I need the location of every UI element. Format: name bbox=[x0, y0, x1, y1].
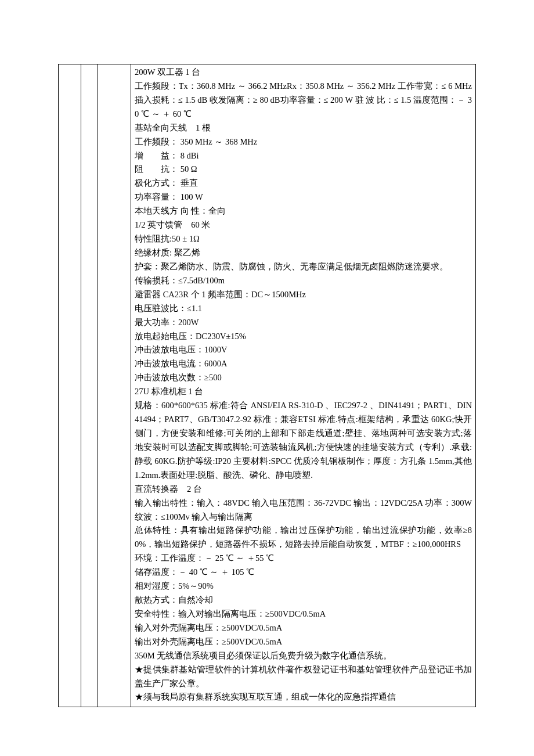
spec-text: 200W 双工器 1 台工作频段：Tx：360.8 MHz ～ 366.2 MH… bbox=[131, 64, 475, 707]
spec-line: 最大功率：200W bbox=[135, 316, 472, 330]
spec-line: 输入对外壳隔离电压：≥500VDC/0.5mA bbox=[135, 621, 472, 635]
spec-line: 200W 双工器 1 台 bbox=[135, 66, 472, 80]
table-row: 200W 双工器 1 台工作频段：Tx：360.8 MHz ～ 366.2 MH… bbox=[59, 64, 476, 707]
spec-line: 直流转换器 2 台 bbox=[135, 483, 472, 496]
spec-line: 相对湿度：5%～90% bbox=[135, 579, 472, 593]
spec-line: ★提供集群基站管理软件的计算机软件著作权登记证书和基站管理软件产品登记证书加盖生… bbox=[135, 663, 472, 691]
spec-line: 散热方式：自然冷却 bbox=[135, 593, 472, 607]
spec-line: 工作频段：Tx：360.8 MHz ～ 366.2 MHzRx：350.8 MH… bbox=[135, 80, 472, 121]
spec-line: 规格：600*600*635 标准:符合 ANSI/EIA RS-310-D 、… bbox=[135, 399, 472, 483]
spec-line: 极化方式： 垂直 bbox=[135, 177, 472, 190]
spec-line: 特性阻抗:50 ± 1Ω bbox=[135, 232, 472, 246]
spec-line: 放电起始电压：DC230V±15% bbox=[135, 330, 472, 344]
spec-line: 安全特性：输入对输出隔离电压：≥500VDC/0.5mA bbox=[135, 607, 472, 621]
spec-line: 基站全向天线 1 根 bbox=[135, 121, 472, 135]
col-2-empty bbox=[81, 64, 98, 707]
spec-line: 阻 抗： 50 Ω bbox=[135, 163, 472, 177]
spec-line: 输出对外壳隔离电压：≥500VDC/0.5mA bbox=[135, 635, 472, 649]
spec-line: 输入输出特性：输入：48VDC 输入电压范围：36-72VDC 输出：12VDC… bbox=[135, 496, 472, 524]
spec-line: 冲击波放电电压：1000V bbox=[135, 343, 472, 357]
col-1-empty bbox=[59, 64, 81, 707]
spec-line: 本地天线方 向 性：全向 bbox=[135, 204, 472, 218]
spec-line: 传输损耗：≤7.5dB/100m bbox=[135, 274, 472, 288]
spec-cell: 200W 双工器 1 台工作频段：Tx：360.8 MHz ～ 366.2 MH… bbox=[131, 64, 476, 707]
spec-line: 工作频段： 350 MHz ～ 368 MHz bbox=[135, 135, 472, 149]
spec-line: 护套：聚乙烯防水、防震、防腐蚀，防火、无毒应满足低烟无卤阻燃防迷流要求。 bbox=[135, 260, 472, 274]
spec-line: ★须与我局原有集群系统实现互联互通，组成一体化的应急指挥通信 bbox=[135, 690, 472, 704]
spec-line: 总体特性：具有输出短路保护功能，输出过压保护功能，输出过流保护功能，效率≥80%… bbox=[135, 524, 472, 552]
spec-line: 冲击波放电次数：≥500 bbox=[135, 371, 472, 385]
spec-line: 功率容量： 100 W bbox=[135, 190, 472, 204]
spec-line: 27U 标准机柜 1 台 bbox=[135, 385, 472, 399]
spec-line: 冲击波放电电流：6000A bbox=[135, 357, 472, 371]
spec-line: 增 益： 8 dBi bbox=[135, 149, 472, 163]
col-3-empty bbox=[98, 64, 131, 707]
document-page: 200W 双工器 1 台工作频段：Tx：360.8 MHz ～ 366.2 MH… bbox=[0, 0, 534, 756]
spec-table: 200W 双工器 1 台工作频段：Tx：360.8 MHz ～ 366.2 MH… bbox=[58, 64, 476, 707]
spec-line: 电压驻波比：≤1.1 bbox=[135, 302, 472, 316]
spec-line: 避雷器 CA23R 个 1 频率范围：DC～1500MHz bbox=[135, 288, 472, 302]
spec-line: 环境：工作温度：－ 25 ℃ ～ ＋55 ℃ bbox=[135, 552, 472, 566]
spec-line: 1/2 英寸馈管 60 米 bbox=[135, 218, 472, 232]
spec-line: 绝缘材质: 聚乙烯 bbox=[135, 246, 472, 260]
spec-line: 储存温度：－ 40 ℃ ～ ＋ 105 ℃ bbox=[135, 566, 472, 579]
spec-line: 350M 无线通信系统项目必须保证以后免费升级为数字化通信系统。 bbox=[135, 649, 472, 663]
